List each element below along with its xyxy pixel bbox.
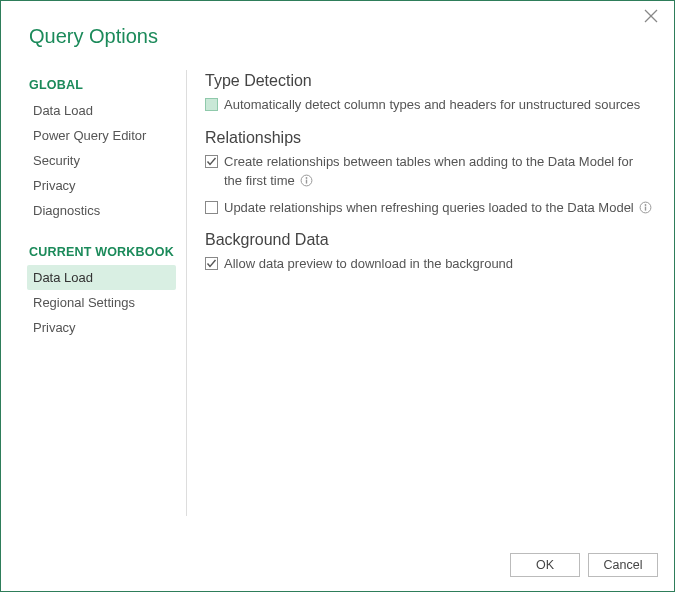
dialog-title: Query Options [1,1,674,66]
sidebar-item-privacy-global[interactable]: Privacy [27,173,176,198]
sidebar-heading-current-workbook: CURRENT WORKBOOK [29,245,176,259]
svg-rect-7 [645,206,646,210]
sidebar-item-security[interactable]: Security [27,148,176,173]
close-icon [644,9,658,23]
sidebar-item-power-query-editor[interactable]: Power Query Editor [27,123,176,148]
option-background-preview[interactable]: Allow data preview to download in the ba… [205,255,654,274]
svg-point-6 [645,204,647,206]
option-label: Automatically detect column types and he… [224,96,654,115]
sidebar-item-data-load-workbook[interactable]: Data Load [27,265,176,290]
section-heading-background-data: Background Data [205,231,654,249]
option-auto-detect-types[interactable]: Automatically detect column types and he… [205,96,654,115]
option-label: Allow data preview to download in the ba… [224,255,654,274]
sidebar: GLOBAL Data Load Power Query Editor Secu… [29,66,186,516]
checkbox-icon [205,155,218,168]
option-create-relationships[interactable]: Create relationships between tables when… [205,153,654,191]
vertical-divider [186,70,187,516]
section-heading-relationships: Relationships [205,129,654,147]
section-heading-type-detection: Type Detection [205,72,654,90]
ok-button[interactable]: OK [510,553,580,577]
info-icon[interactable] [300,174,313,187]
info-icon[interactable] [639,201,652,214]
close-button[interactable] [644,9,660,25]
option-update-relationships[interactable]: Update relationships when refreshing que… [205,199,654,218]
sidebar-item-data-load-global[interactable]: Data Load [27,98,176,123]
content-pane: Type Detection Automatically detect colu… [205,66,654,516]
checkbox-icon [205,98,218,111]
query-options-dialog: Query Options GLOBAL Data Load Power Que… [0,0,675,592]
svg-rect-4 [306,179,307,183]
checkbox-icon [205,257,218,270]
sidebar-item-regional-settings[interactable]: Regional Settings [27,290,176,315]
sidebar-heading-global: GLOBAL [29,78,176,92]
cancel-button[interactable]: Cancel [588,553,658,577]
svg-point-3 [306,177,308,179]
sidebar-item-diagnostics[interactable]: Diagnostics [27,198,176,223]
sidebar-item-privacy-workbook[interactable]: Privacy [27,315,176,340]
option-label: Update relationships when refreshing que… [224,199,654,218]
dialog-footer: OK Cancel [510,553,658,577]
checkbox-icon [205,201,218,214]
option-label: Create relationships between tables when… [224,153,654,191]
